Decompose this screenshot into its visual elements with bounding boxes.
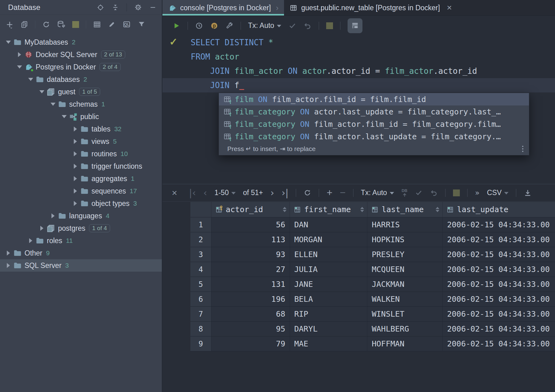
postgres-dialect-icon[interactable]: p [210, 22, 218, 30]
tree-item-sql-server[interactable]: SQL Server3 [0, 259, 162, 272]
cell-actor-id[interactable]: 196 [211, 292, 290, 306]
cell-last-name[interactable]: HARRIS [367, 217, 443, 232]
code-line[interactable]: FROM actor [191, 50, 555, 64]
stop-query-icon[interactable] [326, 22, 333, 29]
tree-item-views[interactable]: views5 [0, 135, 162, 148]
column-header-last-update[interactable]: last_update [443, 202, 555, 217]
refresh-icon[interactable] [42, 20, 50, 29]
cell-last-name[interactable]: MCQUEEN [367, 262, 443, 277]
table-view-icon[interactable] [93, 20, 101, 29]
download-icon[interactable] [524, 189, 532, 197]
chevron-right-icon[interactable]: › [276, 3, 279, 13]
row-number[interactable]: 2 [190, 232, 211, 247]
tree-item-routines[interactable]: routines10 [0, 148, 162, 160]
expand-arrow-icon[interactable] [4, 247, 12, 259]
column-header-first-name[interactable]: first_name [290, 202, 367, 217]
row-number[interactable]: 4 [190, 262, 211, 277]
expand-arrow-icon[interactable] [4, 259, 12, 272]
completion-item[interactable]: film_category ON film_actor.last_update … [219, 130, 529, 143]
tree-item-tables[interactable]: tables32 [0, 123, 162, 135]
tree-item-postgres-in-docker[interactable]: Postgres in Docker2 of 4 [0, 61, 162, 73]
row-number[interactable]: 3 [190, 247, 211, 262]
rollback-icon[interactable] [430, 189, 438, 197]
cell-actor-id[interactable]: 93 [211, 247, 290, 262]
expand-arrow-icon[interactable] [71, 185, 79, 197]
sql-code[interactable]: SELECT DISTINCT *FROM actor JOIN film_ac… [162, 35, 555, 92]
cell-first-name[interactable]: DAN [290, 217, 367, 232]
cell-actor-id[interactable]: 68 [211, 307, 290, 321]
collapse-arrow-icon[interactable] [49, 98, 57, 110]
cell-actor-id[interactable]: 95 [211, 322, 290, 336]
commit-check-icon[interactable] [415, 189, 423, 197]
tab-new-table[interactable]: guest.public.new_table [Postgres in Dock… [284, 0, 457, 16]
in-editor-results-toggle[interactable] [348, 18, 362, 33]
cell-last-update[interactable]: 2006-02-15 04:34:33.00 [443, 336, 555, 351]
expand-arrow-icon[interactable] [16, 48, 24, 61]
history-clock-icon[interactable] [195, 22, 203, 30]
export-format-dropdown[interactable]: CSV [487, 189, 508, 197]
close-results-icon[interactable]: × [172, 188, 177, 198]
cell-actor-id[interactable]: 113 [211, 232, 290, 247]
tree-item-roles[interactable]: roles11 [0, 234, 162, 247]
cell-last-update[interactable]: 2006-02-15 04:34:33.00 [443, 277, 555, 292]
results-tx-dropdown[interactable]: Tx: Auto [361, 189, 394, 197]
collapse-all-icon[interactable] [112, 4, 119, 11]
cell-last-name[interactable]: HOFFMAN [367, 336, 443, 351]
cell-last-update[interactable]: 2006-02-15 04:34:33.00 [443, 262, 555, 277]
reload-data-icon[interactable] [304, 189, 311, 197]
cell-last-update[interactable]: 2006-02-15 04:34:33.00 [443, 292, 555, 306]
cell-actor-id[interactable]: 56 [211, 217, 290, 232]
last-page-icon[interactable]: ›| [282, 188, 288, 198]
tab-console[interactable]: console [Postgres in Docker] › [162, 0, 284, 16]
expand-arrow-icon[interactable] [71, 172, 79, 185]
hide-panel-icon[interactable] [149, 4, 156, 11]
more-actions-icon[interactable]: » [475, 189, 480, 197]
code-line[interactable]: JOIN film_actor ON actor.actor_id = film… [191, 64, 555, 78]
tree-item-databases[interactable]: databases2 [0, 73, 162, 86]
cell-last-update[interactable]: 2006-02-15 04:34:33.00 [443, 322, 555, 336]
cell-actor-id[interactable]: 79 [211, 336, 290, 351]
query-console-icon[interactable]: QL [122, 20, 131, 29]
collapse-arrow-icon[interactable] [27, 73, 35, 86]
expand-arrow-icon[interactable] [49, 210, 57, 222]
completion-item[interactable]: film ON film_actor.film_id = film.film_i… [219, 93, 529, 105]
cell-first-name[interactable]: MORGAN [290, 232, 367, 247]
expand-arrow-icon[interactable] [71, 135, 79, 148]
column-header-actor-id[interactable]: actor_id [211, 202, 290, 217]
cell-last-update[interactable]: 2006-02-15 04:34:33.00 [443, 217, 555, 232]
prev-page-icon[interactable]: ‹ [203, 188, 207, 198]
tree-item-postgres[interactable]: postgres1 of 4 [0, 222, 162, 234]
column-header-last-name[interactable]: last_name [367, 202, 443, 217]
datasource-properties-icon[interactable] [57, 20, 65, 29]
completion-item[interactable]: film_category ON film_actor.film_id = fi… [219, 118, 529, 130]
sql-editor[interactable]: ✓ SELECT DISTINCT *FROM actor JOIN film_… [162, 35, 555, 184]
run-button[interactable] [172, 22, 180, 30]
expand-arrow-icon[interactable] [38, 222, 46, 234]
cell-first-name[interactable]: MAE [290, 336, 367, 351]
sort-icon[interactable] [283, 207, 286, 212]
code-line[interactable]: JOIN f_ [191, 78, 555, 92]
collapse-arrow-icon[interactable] [4, 36, 12, 48]
submit-db-icon[interactable]: DB [402, 189, 407, 197]
cell-last-name[interactable]: JACKMAN [367, 277, 443, 292]
expand-arrow-icon[interactable] [71, 123, 79, 135]
collapse-arrow-icon[interactable] [16, 61, 24, 73]
expand-arrow-icon[interactable] [27, 234, 35, 247]
cell-last-update[interactable]: 2006-02-15 04:34:33.00 [443, 307, 555, 321]
cell-actor-id[interactable]: 131 [211, 277, 290, 292]
cell-first-name[interactable]: RIP [290, 307, 367, 321]
first-page-icon[interactable]: |‹ [189, 188, 196, 198]
cell-last-name[interactable]: HOPKINS [367, 232, 443, 247]
locate-object-icon[interactable] [97, 4, 104, 11]
cell-first-name[interactable]: JANE [290, 277, 367, 292]
settings-gear-icon[interactable] [134, 3, 142, 11]
tree-item-public[interactable]: public [0, 110, 162, 123]
expand-arrow-icon[interactable] [71, 148, 79, 160]
expand-arrow-icon[interactable] [71, 160, 79, 172]
filter-icon[interactable] [138, 20, 145, 28]
completion-item[interactable]: film_category ON actor.last_update = fil… [219, 105, 529, 118]
collapse-arrow-icon[interactable] [38, 86, 46, 98]
close-tab-icon[interactable]: × [447, 3, 452, 12]
tree-item-other[interactable]: Other9 [0, 247, 162, 259]
cell-last-name[interactable]: WALKEN [367, 292, 443, 306]
